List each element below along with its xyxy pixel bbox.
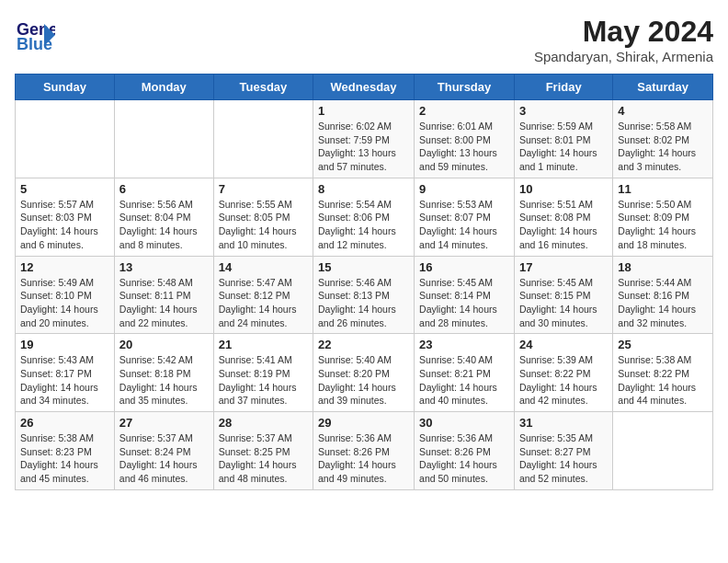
day-number: 21 <box>219 338 308 351</box>
calendar-cell: 12Sunrise: 5:49 AM Sunset: 8:10 PM Dayli… <box>16 256 115 334</box>
day-number: 5 <box>20 182 109 196</box>
weekday-header: Tuesday <box>213 75 313 100</box>
day-number: 27 <box>119 416 209 430</box>
calendar-cell: 7Sunrise: 5:55 AM Sunset: 8:05 PM Daylig… <box>213 178 313 256</box>
day-info: Sunrise: 5:48 AM Sunset: 8:11 PM Dayligh… <box>119 276 209 330</box>
day-number: 24 <box>519 338 608 351</box>
calendar-cell: 30Sunrise: 5:36 AM Sunset: 8:26 PM Dayli… <box>415 412 515 490</box>
day-info: Sunrise: 5:56 AM Sunset: 8:04 PM Dayligh… <box>119 198 209 252</box>
calendar-week-row: 5Sunrise: 5:57 AM Sunset: 8:03 PM Daylig… <box>16 178 713 256</box>
calendar-cell: 29Sunrise: 5:36 AM Sunset: 8:26 PM Dayli… <box>313 412 415 490</box>
calendar-cell: 21Sunrise: 5:41 AM Sunset: 8:19 PM Dayli… <box>213 334 313 412</box>
calendar-cell: 10Sunrise: 5:51 AM Sunset: 8:08 PM Dayli… <box>514 178 612 256</box>
weekday-header: Sunday <box>16 75 115 100</box>
day-number: 9 <box>419 182 509 196</box>
day-number: 7 <box>219 182 308 196</box>
day-number: 25 <box>618 338 708 351</box>
calendar-cell: 1Sunrise: 6:02 AM Sunset: 7:59 PM Daylig… <box>313 100 415 178</box>
calendar-header: SundayMondayTuesdayWednesdayThursdayFrid… <box>16 75 713 100</box>
day-info: Sunrise: 5:55 AM Sunset: 8:05 PM Dayligh… <box>219 198 308 252</box>
day-number: 2 <box>419 104 509 118</box>
calendar-week-row: 26Sunrise: 5:38 AM Sunset: 8:23 PM Dayli… <box>16 412 713 490</box>
logo-icon: General Blue <box>15 15 55 55</box>
day-number: 23 <box>419 338 509 351</box>
day-info: Sunrise: 5:37 AM Sunset: 8:25 PM Dayligh… <box>219 431 308 486</box>
calendar-cell: 3Sunrise: 5:59 AM Sunset: 8:01 PM Daylig… <box>514 100 612 178</box>
day-number: 11 <box>618 182 708 196</box>
day-number: 18 <box>618 260 708 274</box>
day-info: Sunrise: 5:35 AM Sunset: 8:27 PM Dayligh… <box>519 431 608 486</box>
day-info: Sunrise: 5:37 AM Sunset: 8:24 PM Dayligh… <box>119 431 209 486</box>
day-number: 19 <box>20 338 109 351</box>
day-info: Sunrise: 5:59 AM Sunset: 8:01 PM Dayligh… <box>519 120 608 174</box>
calendar-cell: 13Sunrise: 5:48 AM Sunset: 8:11 PM Dayli… <box>114 256 213 334</box>
page-header: General Blue May 2024 Spandaryan, Shirak… <box>15 15 713 64</box>
day-number: 4 <box>618 104 708 118</box>
day-number: 26 <box>20 416 109 430</box>
calendar-cell <box>16 100 115 178</box>
day-number: 10 <box>519 182 608 196</box>
weekday-header: Thursday <box>415 75 515 100</box>
day-info: Sunrise: 6:02 AM Sunset: 7:59 PM Dayligh… <box>318 120 409 174</box>
day-info: Sunrise: 5:45 AM Sunset: 8:15 PM Dayligh… <box>519 276 608 330</box>
calendar-body: 1Sunrise: 6:02 AM Sunset: 7:59 PM Daylig… <box>16 100 713 490</box>
day-info: Sunrise: 5:57 AM Sunset: 8:03 PM Dayligh… <box>20 198 109 252</box>
weekday-header: Friday <box>514 75 612 100</box>
day-number: 20 <box>119 338 209 351</box>
day-info: Sunrise: 5:38 AM Sunset: 8:23 PM Dayligh… <box>20 431 109 486</box>
day-info: Sunrise: 6:01 AM Sunset: 8:00 PM Dayligh… <box>419 120 509 174</box>
day-info: Sunrise: 5:42 AM Sunset: 8:18 PM Dayligh… <box>119 353 209 408</box>
calendar-cell: 23Sunrise: 5:40 AM Sunset: 8:21 PM Dayli… <box>415 334 515 412</box>
day-info: Sunrise: 5:51 AM Sunset: 8:08 PM Dayligh… <box>519 198 608 252</box>
calendar-cell: 20Sunrise: 5:42 AM Sunset: 8:18 PM Dayli… <box>114 334 213 412</box>
calendar-cell: 18Sunrise: 5:44 AM Sunset: 8:16 PM Dayli… <box>613 256 713 334</box>
day-info: Sunrise: 5:49 AM Sunset: 8:10 PM Dayligh… <box>20 276 109 330</box>
calendar-cell: 28Sunrise: 5:37 AM Sunset: 8:25 PM Dayli… <box>213 412 313 490</box>
day-number: 16 <box>419 260 509 274</box>
calendar-cell <box>114 100 213 178</box>
day-info: Sunrise: 5:50 AM Sunset: 8:09 PM Dayligh… <box>618 198 708 252</box>
day-info: Sunrise: 5:40 AM Sunset: 8:21 PM Dayligh… <box>419 353 509 408</box>
day-number: 6 <box>119 182 209 196</box>
day-number: 14 <box>219 260 308 274</box>
day-number: 30 <box>419 416 509 430</box>
day-number: 22 <box>318 338 409 351</box>
calendar-cell: 19Sunrise: 5:43 AM Sunset: 8:17 PM Dayli… <box>16 334 115 412</box>
calendar-cell: 5Sunrise: 5:57 AM Sunset: 8:03 PM Daylig… <box>16 178 115 256</box>
calendar-cell: 26Sunrise: 5:38 AM Sunset: 8:23 PM Dayli… <box>16 412 115 490</box>
calendar-cell: 8Sunrise: 5:54 AM Sunset: 8:06 PM Daylig… <box>313 178 415 256</box>
calendar-cell: 17Sunrise: 5:45 AM Sunset: 8:15 PM Dayli… <box>514 256 612 334</box>
calendar-cell: 22Sunrise: 5:40 AM Sunset: 8:20 PM Dayli… <box>313 334 415 412</box>
day-number: 1 <box>318 104 409 118</box>
day-info: Sunrise: 5:44 AM Sunset: 8:16 PM Dayligh… <box>618 276 708 330</box>
day-number: 12 <box>20 260 109 274</box>
day-info: Sunrise: 5:47 AM Sunset: 8:12 PM Dayligh… <box>219 276 308 330</box>
calendar-table: SundayMondayTuesdayWednesdayThursdayFrid… <box>15 74 713 490</box>
day-info: Sunrise: 5:58 AM Sunset: 8:02 PM Dayligh… <box>618 120 708 174</box>
calendar-cell: 25Sunrise: 5:38 AM Sunset: 8:22 PM Dayli… <box>613 334 713 412</box>
calendar-cell: 24Sunrise: 5:39 AM Sunset: 8:22 PM Dayli… <box>514 334 612 412</box>
logo: General Blue <box>15 15 55 59</box>
day-info: Sunrise: 5:36 AM Sunset: 8:26 PM Dayligh… <box>318 431 409 486</box>
day-number: 31 <box>519 416 608 430</box>
day-info: Sunrise: 5:38 AM Sunset: 8:22 PM Dayligh… <box>618 353 708 408</box>
location: Spandaryan, Shirak, Armenia <box>534 49 713 64</box>
calendar-header-row: SundayMondayTuesdayWednesdayThursdayFrid… <box>16 75 713 100</box>
day-info: Sunrise: 5:54 AM Sunset: 8:06 PM Dayligh… <box>318 198 409 252</box>
calendar-cell: 14Sunrise: 5:47 AM Sunset: 8:12 PM Dayli… <box>213 256 313 334</box>
calendar-cell: 6Sunrise: 5:56 AM Sunset: 8:04 PM Daylig… <box>114 178 213 256</box>
day-info: Sunrise: 5:40 AM Sunset: 8:20 PM Dayligh… <box>318 353 409 408</box>
day-number: 28 <box>219 416 308 430</box>
weekday-header: Wednesday <box>313 75 415 100</box>
calendar-cell: 11Sunrise: 5:50 AM Sunset: 8:09 PM Dayli… <box>613 178 713 256</box>
day-number: 17 <box>519 260 608 274</box>
calendar-cell: 27Sunrise: 5:37 AM Sunset: 8:24 PM Dayli… <box>114 412 213 490</box>
calendar-week-row: 12Sunrise: 5:49 AM Sunset: 8:10 PM Dayli… <box>16 256 713 334</box>
calendar-cell: 31Sunrise: 5:35 AM Sunset: 8:27 PM Dayli… <box>514 412 612 490</box>
day-info: Sunrise: 5:39 AM Sunset: 8:22 PM Dayligh… <box>519 353 608 408</box>
calendar-cell <box>213 100 313 178</box>
calendar-cell <box>613 412 713 490</box>
weekday-header: Monday <box>114 75 213 100</box>
day-info: Sunrise: 5:53 AM Sunset: 8:07 PM Dayligh… <box>419 198 509 252</box>
calendar-week-row: 1Sunrise: 6:02 AM Sunset: 7:59 PM Daylig… <box>16 100 713 178</box>
